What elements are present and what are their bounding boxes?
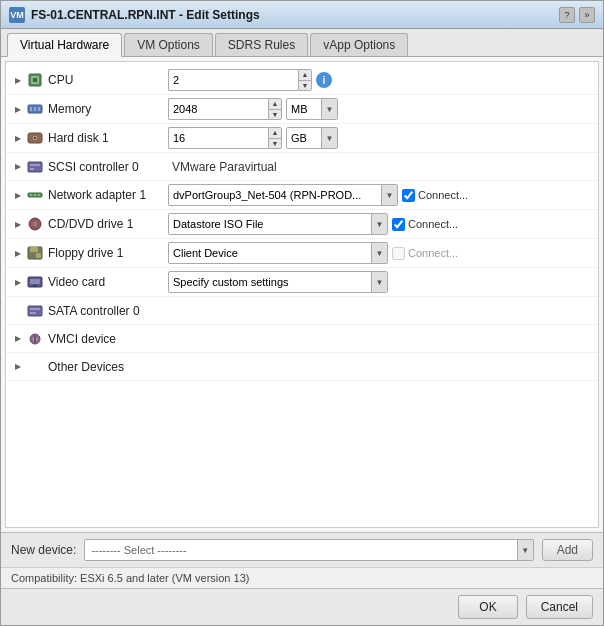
expand-floppy[interactable]: ▶: [12, 247, 24, 259]
floppy-arrow[interactable]: ▼: [371, 243, 387, 263]
harddisk-spin-up[interactable]: ▲: [269, 128, 281, 139]
video-label: Video card: [48, 275, 168, 289]
expand-cdrom[interactable]: ▶: [12, 218, 24, 230]
table-row: SATA controller 0: [6, 297, 598, 325]
cpu-input[interactable]: [168, 69, 298, 91]
svg-rect-31: [34, 335, 36, 343]
harddisk-controls: ▲ ▼ GB ▼: [168, 127, 592, 149]
table-row: ▶ Other Devices: [6, 353, 598, 381]
expand-network[interactable]: ▶: [12, 189, 24, 201]
svg-rect-6: [38, 107, 40, 111]
cd-controls: Datastore ISO File ▼ Connect...: [168, 213, 592, 235]
cd-connect-check[interactable]: [392, 218, 405, 231]
harddisk-spin-down[interactable]: ▼: [269, 139, 281, 149]
video-value: Specify custom settings: [169, 276, 371, 288]
other-icon: [26, 360, 44, 374]
svg-rect-15: [34, 194, 36, 196]
memory-spin-down[interactable]: ▼: [269, 110, 281, 120]
svg-rect-22: [36, 253, 41, 258]
cancel-button[interactable]: Cancel: [526, 595, 593, 619]
new-device-placeholder: -------- Select --------: [85, 544, 516, 556]
title-bar: VM FS-01.CENTRAL.RPN.INT - Edit Settings…: [1, 1, 603, 29]
table-row: ▶ Network adapter 1 dvPortGroup3_Net-504…: [6, 181, 598, 210]
memory-unit-arrow[interactable]: ▼: [321, 99, 337, 119]
cd-icon: [26, 217, 44, 231]
cd-arrow[interactable]: ▼: [371, 214, 387, 234]
table-row: ▶ Memory ▲ ▼ MB ▼: [6, 95, 598, 124]
cpu-spin-down[interactable]: ▼: [299, 81, 311, 91]
table-row: ▶ SCSI controller 0 VMware Paravirtual: [6, 153, 598, 181]
expand-memory[interactable]: ▶: [12, 103, 24, 115]
title-bar-controls: ? »: [559, 7, 595, 23]
floppy-controls: Client Device ▼ Connect...: [168, 242, 592, 264]
memory-icon: [26, 102, 44, 116]
floppy-connect-wrap: Connect...: [392, 247, 458, 260]
expand-cpu[interactable]: ▶: [12, 74, 24, 86]
window-icon: VM: [9, 7, 25, 23]
cpu-value-wrap: ▲ ▼: [168, 69, 312, 91]
expand-other[interactable]: ▶: [12, 361, 24, 373]
expand-harddisk[interactable]: ▶: [12, 132, 24, 144]
title-bar-left: VM FS-01.CENTRAL.RPN.INT - Edit Settings: [9, 7, 260, 23]
harddisk-value-wrap: ▲ ▼: [168, 127, 282, 149]
video-arrow[interactable]: ▼: [371, 272, 387, 292]
floppy-connect-check[interactable]: [392, 247, 405, 260]
tab-vapp-options[interactable]: vApp Options: [310, 33, 408, 56]
cpu-controls: ▲ ▼ i: [168, 69, 592, 91]
expand-scsi[interactable]: ▶: [12, 161, 24, 173]
cpu-info-icon[interactable]: i: [316, 72, 332, 88]
expand-button[interactable]: »: [579, 7, 595, 23]
scsi-controls: VMware Paravirtual: [168, 158, 592, 176]
svg-rect-21: [30, 247, 38, 252]
svg-rect-12: [30, 168, 34, 170]
help-button[interactable]: ?: [559, 7, 575, 23]
add-button[interactable]: Add: [542, 539, 593, 561]
svg-rect-26: [28, 306, 42, 316]
new-device-arrow[interactable]: ▼: [517, 540, 533, 560]
scsi-label: SCSI controller 0: [48, 160, 168, 174]
expand-vmci[interactable]: ▶: [12, 333, 24, 345]
memory-input[interactable]: [168, 98, 268, 120]
floppy-value: Client Device: [169, 247, 371, 259]
network-value-select[interactable]: dvPortGroup3_Net-504 (RPN-PROD... ▼: [168, 184, 398, 206]
video-icon: [26, 275, 44, 289]
tab-sdrs-rules[interactable]: SDRS Rules: [215, 33, 308, 56]
table-row: ▶ Hard disk 1 ▲ ▼ GB ▼: [6, 124, 598, 153]
tab-vm-options[interactable]: VM Options: [124, 33, 213, 56]
vmci-label: VMCI device: [48, 332, 168, 346]
ok-button[interactable]: OK: [458, 595, 517, 619]
svg-rect-16: [38, 194, 40, 196]
harddisk-unit-select[interactable]: GB ▼: [286, 127, 338, 149]
cd-value: Datastore ISO File: [169, 218, 371, 230]
network-label: Network adapter 1: [48, 188, 168, 202]
cd-connect-label: Connect...: [408, 218, 458, 230]
network-icon: [26, 188, 44, 202]
svg-rect-2: [33, 78, 37, 82]
harddisk-label: Hard disk 1: [48, 131, 168, 145]
scsi-value: VMware Paravirtual: [168, 158, 281, 176]
floppy-value-select[interactable]: Client Device ▼: [168, 242, 388, 264]
floppy-label: Floppy drive 1: [48, 246, 168, 260]
cd-value-select[interactable]: Datastore ISO File ▼: [168, 213, 388, 235]
memory-spin-up[interactable]: ▲: [269, 99, 281, 110]
video-value-select[interactable]: Specify custom settings ▼: [168, 271, 388, 293]
table-row: ▶ Video card Specify custom settings ▼: [6, 268, 598, 297]
table-row: ▶ CPU ▲ ▼ i: [6, 66, 598, 95]
network-connect-check[interactable]: [402, 189, 415, 202]
new-device-select[interactable]: -------- Select -------- ▼: [84, 539, 533, 561]
expand-video[interactable]: ▶: [12, 276, 24, 288]
new-device-label: New device:: [11, 543, 76, 557]
harddisk-unit-arrow[interactable]: ▼: [321, 128, 337, 148]
memory-unit-select[interactable]: MB ▼: [286, 98, 338, 120]
floppy-connect-label: Connect...: [408, 247, 458, 259]
svg-rect-11: [30, 164, 40, 166]
svg-point-9: [34, 137, 36, 139]
sata-icon: [26, 304, 44, 318]
new-device-bar: New device: -------- Select -------- ▼ A…: [1, 532, 603, 567]
table-row: ▶ Floppy drive 1 Client Device ▼ Connect…: [6, 239, 598, 268]
network-arrow[interactable]: ▼: [381, 185, 397, 205]
harddisk-input[interactable]: [168, 127, 268, 149]
tab-virtual-hardware[interactable]: Virtual Hardware: [7, 33, 122, 57]
memory-value-wrap: ▲ ▼: [168, 98, 282, 120]
cpu-spin-up[interactable]: ▲: [299, 70, 311, 81]
